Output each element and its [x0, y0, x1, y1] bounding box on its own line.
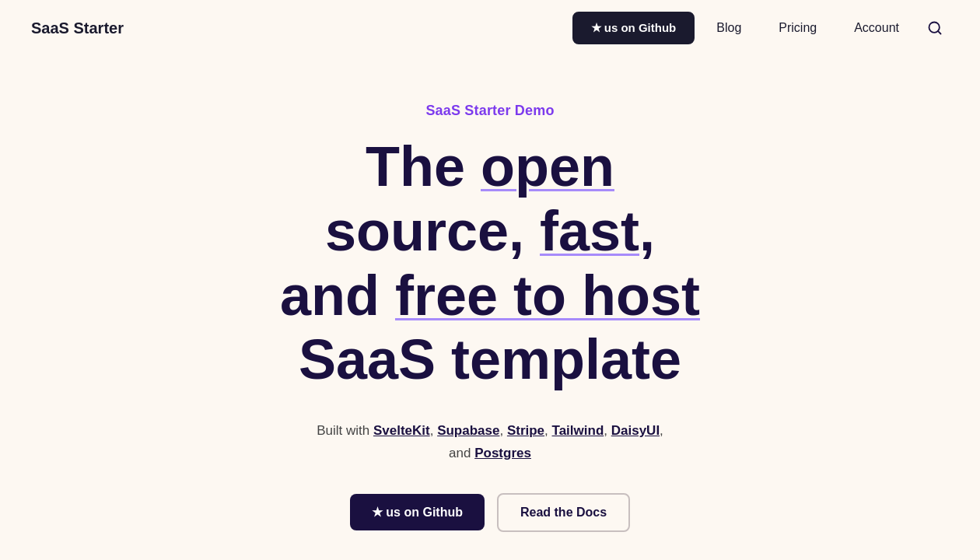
hero-title: The open source, fast, and free to host …: [280, 135, 700, 392]
hero-title-source: source,: [325, 200, 540, 262]
github-cta-button[interactable]: ★ us on Github: [350, 494, 485, 530]
hero-title-fast[interactable]: fast: [540, 200, 639, 262]
hero-title-and: and: [280, 264, 395, 327]
nav-right: ★ us on Github Blog Pricing Account: [572, 12, 949, 44]
tech-postgres[interactable]: Postgres: [474, 446, 531, 460]
hero-title-comma: ,: [639, 200, 655, 262]
hero-built-with: Built with SvelteKit, Supabase, Stripe, …: [317, 420, 663, 465]
hero-subtitle: SaaS Starter Demo: [425, 103, 554, 119]
tech-supabase[interactable]: Supabase: [437, 423, 499, 438]
tech-tailwind[interactable]: Tailwind: [552, 423, 604, 438]
tech-daisyui[interactable]: DaisyUI: [611, 423, 660, 438]
tech-sveltekit[interactable]: SvelteKit: [373, 423, 430, 438]
hero-title-the: The: [366, 135, 481, 198]
hero-section: SaaS Starter Demo The open source, fast,…: [0, 56, 980, 532]
docs-cta-button[interactable]: Read the Docs: [497, 493, 630, 532]
search-button[interactable]: [921, 14, 949, 42]
hero-title-open[interactable]: open: [481, 135, 614, 198]
hero-title-saas: SaaS template: [299, 328, 681, 390]
search-icon: [927, 20, 943, 36]
svg-line-1: [938, 31, 941, 34]
built-and: and: [449, 446, 474, 460]
pricing-nav-link[interactable]: Pricing: [763, 13, 832, 43]
hero-cta-buttons: ★ us on Github Read the Docs: [350, 493, 630, 532]
nav-logo[interactable]: SaaS Starter: [31, 19, 124, 37]
navbar: SaaS Starter ★ us on Github Blog Pricing…: [0, 0, 980, 56]
built-prefix: Built with: [317, 423, 369, 438]
github-nav-button[interactable]: ★ us on Github: [572, 12, 695, 44]
account-nav-link[interactable]: Account: [838, 13, 915, 43]
tech-stripe[interactable]: Stripe: [507, 423, 544, 438]
hero-title-free[interactable]: free to host: [395, 264, 700, 327]
blog-nav-link[interactable]: Blog: [701, 13, 757, 43]
